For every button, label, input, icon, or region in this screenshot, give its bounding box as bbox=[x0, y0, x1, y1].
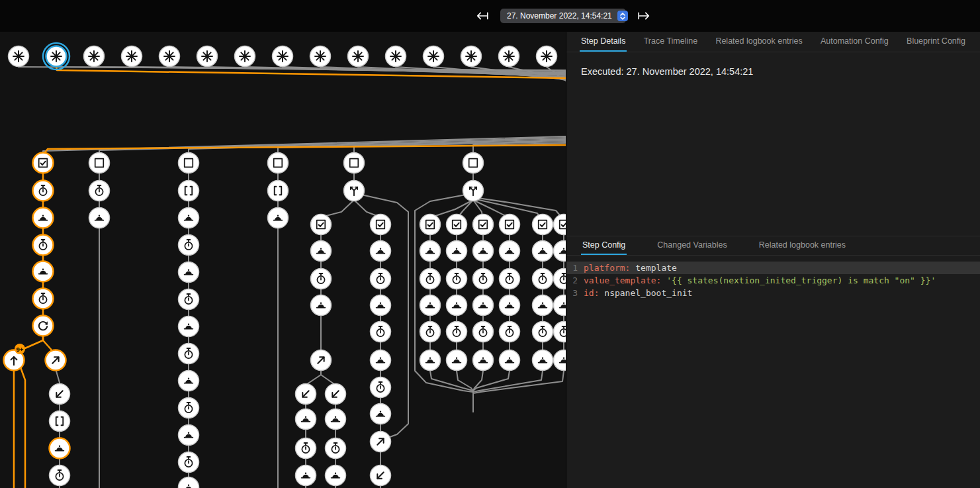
trace-node-timer[interactable] bbox=[33, 181, 54, 201]
trace-node-trigger[interactable] bbox=[537, 46, 557, 67]
trace-node-timer[interactable] bbox=[447, 269, 467, 289]
tab-step-details[interactable]: Step Details bbox=[580, 32, 627, 52]
trace-node-timer[interactable] bbox=[89, 181, 110, 201]
trace-node-timer[interactable] bbox=[420, 322, 441, 342]
trace-node-bell[interactable] bbox=[89, 208, 110, 228]
trace-node-timer[interactable] bbox=[554, 322, 566, 342]
tab-step-config[interactable]: Step Config bbox=[581, 236, 627, 255]
trace-node-bell[interactable] bbox=[371, 295, 391, 316]
trace-node-bell[interactable] bbox=[179, 371, 199, 391]
trace-node-timer[interactable] bbox=[33, 235, 54, 256]
trace-node-trigger[interactable] bbox=[159, 46, 180, 67]
trace-node-trigger[interactable] bbox=[84, 46, 105, 67]
trace-node-bell[interactable] bbox=[179, 425, 199, 446]
trace-node-checkbox-marked[interactable] bbox=[554, 215, 566, 235]
trace-node-bell[interactable] bbox=[420, 350, 441, 371]
trace-node-checkbox-marked[interactable] bbox=[447, 215, 467, 235]
trace-node-timer[interactable] bbox=[533, 269, 553, 289]
trace-node-bell[interactable] bbox=[473, 241, 494, 262]
trace-node-bell[interactable] bbox=[500, 295, 520, 316]
trace-node-timer[interactable] bbox=[179, 289, 199, 310]
trace-node-bell[interactable] bbox=[326, 409, 346, 430]
trace-node-bell[interactable] bbox=[554, 241, 566, 262]
trace-node-checkbox-marked[interactable] bbox=[473, 215, 494, 235]
trace-node-code-brackets[interactable] bbox=[268, 181, 289, 201]
trace-node-timer[interactable] bbox=[371, 377, 391, 398]
trace-node-timer[interactable] bbox=[179, 452, 199, 473]
trace-node-timer[interactable] bbox=[371, 269, 391, 289]
trace-graph[interactable]: 9+ bbox=[0, 32, 566, 488]
trace-node-timer[interactable] bbox=[500, 322, 520, 342]
trace-node-code-brackets[interactable] bbox=[50, 411, 70, 432]
trace-node-timer[interactable] bbox=[533, 322, 553, 342]
trace-node-bell[interactable] bbox=[500, 350, 520, 371]
trace-node-trigger[interactable] bbox=[122, 46, 142, 67]
trace-node-timer[interactable] bbox=[311, 269, 332, 289]
trace-node-bell[interactable] bbox=[371, 350, 391, 371]
trace-node-checkbox-blank[interactable] bbox=[89, 153, 110, 173]
trace-node-timer[interactable] bbox=[447, 322, 467, 342]
trace-node-arrow-bottom-left[interactable] bbox=[50, 384, 70, 405]
trace-node-arrow-top-right[interactable] bbox=[311, 350, 332, 371]
trace-node-bell[interactable] bbox=[179, 208, 199, 228]
trace-node-bell[interactable] bbox=[296, 465, 316, 486]
trace-node-bell[interactable] bbox=[473, 295, 494, 316]
tab-changed-variables[interactable]: Changed Variables bbox=[656, 236, 728, 255]
trace-node-bell[interactable] bbox=[554, 295, 566, 316]
trace-node-bell[interactable] bbox=[326, 465, 346, 486]
trace-node-trigger[interactable] bbox=[386, 46, 406, 67]
trace-node-checkbox-blank[interactable] bbox=[268, 153, 289, 173]
trace-node-bell[interactable] bbox=[268, 208, 289, 228]
trace-node-checkbox-blank[interactable] bbox=[179, 153, 199, 173]
trace-node-refresh[interactable] bbox=[33, 316, 54, 336]
trace-node-code-brackets[interactable] bbox=[179, 181, 199, 201]
trace-node-bell[interactable] bbox=[447, 241, 467, 262]
trace-node-trigger[interactable] bbox=[235, 46, 255, 67]
trace-node-trigger[interactable] bbox=[423, 46, 444, 67]
trace-node-checkbox-marked[interactable] bbox=[311, 215, 332, 235]
trace-node-arrow-bottom-left[interactable] bbox=[296, 384, 316, 405]
trace-node-timer[interactable] bbox=[420, 269, 441, 289]
trace-node-timer[interactable] bbox=[371, 322, 391, 342]
trace-node-bell[interactable] bbox=[447, 295, 467, 316]
trace-node-checkbox-marked[interactable] bbox=[33, 153, 54, 173]
trace-node-trigger[interactable] bbox=[9, 46, 29, 67]
trace-node-trigger[interactable] bbox=[348, 46, 369, 67]
trace-node-timer[interactable] bbox=[473, 269, 494, 289]
trace-node-bell[interactable] bbox=[500, 241, 520, 262]
trace-node-checkbox-blank[interactable] bbox=[344, 153, 365, 173]
trace-node-bell[interactable] bbox=[371, 241, 391, 262]
trace-node-bell[interactable] bbox=[179, 477, 199, 488]
trace-node-trigger[interactable] bbox=[461, 46, 482, 67]
tab-related-logbook-entries[interactable]: Related logbook entries bbox=[714, 32, 803, 52]
trace-node-arrow-top-right[interactable] bbox=[46, 350, 66, 371]
tab-automation-config[interactable]: Automation Config bbox=[819, 32, 890, 52]
previous-trace-button[interactable] bbox=[474, 7, 491, 24]
trace-node-timer[interactable] bbox=[554, 269, 566, 289]
trace-node-bell[interactable] bbox=[296, 409, 316, 430]
trace-node-checkbox-blank[interactable] bbox=[463, 153, 484, 173]
trace-node-timer[interactable] bbox=[50, 465, 70, 486]
trace-node-timer[interactable] bbox=[326, 438, 346, 459]
trace-node-bell[interactable] bbox=[473, 350, 494, 371]
next-trace-button[interactable] bbox=[635, 7, 652, 24]
trace-node-arrow-bottom-left[interactable] bbox=[326, 384, 346, 405]
trace-node-timer[interactable] bbox=[296, 438, 316, 459]
trace-node-split[interactable] bbox=[344, 181, 365, 201]
trace-node-bell[interactable] bbox=[554, 350, 566, 371]
trace-node-trigger[interactable] bbox=[499, 46, 519, 67]
trace-node-bell[interactable] bbox=[179, 262, 199, 283]
trace-node-bell[interactable] bbox=[311, 241, 332, 262]
trace-node-bell[interactable] bbox=[50, 438, 70, 459]
trace-node-timer[interactable] bbox=[33, 289, 54, 309]
trace-node-bell[interactable] bbox=[447, 350, 467, 371]
trace-node-bell[interactable] bbox=[371, 404, 391, 424]
trace-node-bell[interactable] bbox=[33, 262, 54, 282]
trace-node-checkbox-marked[interactable] bbox=[371, 215, 391, 235]
tab-config-related-logbook-entries[interactable]: Related logbook entries bbox=[758, 236, 847, 255]
trace-node-trigger[interactable] bbox=[310, 46, 331, 67]
trace-node-bell[interactable] bbox=[533, 350, 553, 371]
trace-node-checkbox-marked[interactable] bbox=[533, 215, 553, 235]
trace-node-bell[interactable] bbox=[420, 241, 441, 262]
trace-node-bell[interactable] bbox=[420, 295, 441, 316]
